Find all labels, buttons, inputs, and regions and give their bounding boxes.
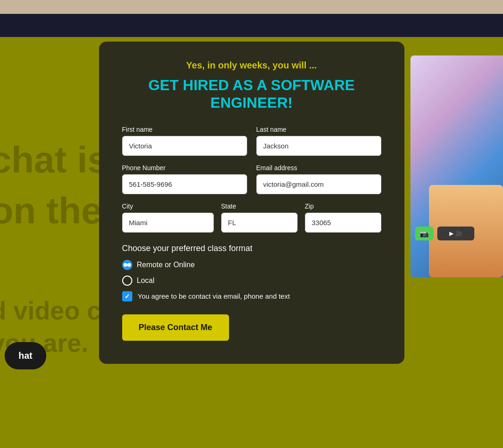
class-format-label: Choose your preferred class format xyxy=(122,244,381,253)
agree-checkbox[interactable]: ✓ xyxy=(122,291,132,301)
phone-group: Phone Number xyxy=(122,164,247,194)
city-input[interactable] xyxy=(122,213,214,233)
state-label: State xyxy=(221,203,298,210)
agree-label: You agree to be contact via email, phone… xyxy=(138,292,290,300)
first-name-input[interactable] xyxy=(122,136,247,156)
zip-group: Zip xyxy=(305,203,381,233)
submit-button[interactable]: Please Contact Me xyxy=(122,314,229,341)
radio-remote-label: Remote or Online xyxy=(137,261,195,269)
name-row: First name Last name xyxy=(122,126,381,156)
top-bar xyxy=(0,0,503,14)
email-label: Email address xyxy=(256,164,381,172)
city-group: City xyxy=(122,203,214,233)
main-background: chat is on the d video call you you are.… xyxy=(0,37,503,448)
zip-input[interactable] xyxy=(305,213,381,233)
contact-row: Phone Number Email address xyxy=(122,164,381,194)
location-row: City State Zip xyxy=(122,203,381,233)
radio-remote-dot xyxy=(124,263,127,267)
modal-card: Yes, in only weeks, you will ... GET HIR… xyxy=(99,42,404,364)
radio-option-remote[interactable]: Remote or Online xyxy=(122,260,381,270)
checkmark-icon: ✓ xyxy=(124,293,130,300)
modal-subtitle: Yes, in only weeks, you will ... xyxy=(122,60,381,71)
nav-bar xyxy=(0,14,503,37)
radio-local-circle[interactable] xyxy=(122,276,132,286)
radio-remote-circle[interactable] xyxy=(122,260,132,270)
first-name-group: First name xyxy=(122,126,247,156)
zip-label: Zip xyxy=(305,203,381,210)
state-input[interactable] xyxy=(221,213,298,233)
phone-input[interactable] xyxy=(122,174,247,194)
email-input[interactable] xyxy=(256,174,381,194)
last-name-input[interactable] xyxy=(256,136,381,156)
radio-local-label: Local xyxy=(137,276,155,285)
last-name-label: Last name xyxy=(256,126,381,133)
modal-overlay: Yes, in only weeks, you will ... GET HIR… xyxy=(0,37,503,448)
phone-label: Phone Number xyxy=(122,164,247,172)
state-group: State xyxy=(221,203,298,233)
email-group: Email address xyxy=(256,164,381,194)
last-name-group: Last name xyxy=(256,126,381,156)
radio-option-local[interactable]: Local xyxy=(122,276,381,286)
modal-title: GET HIRED AS A SOFTWARE ENGINEER! xyxy=(122,76,381,112)
city-label: City xyxy=(122,203,214,210)
first-name-label: First name xyxy=(122,126,247,133)
agree-row[interactable]: ✓ You agree to be contact via email, pho… xyxy=(122,291,381,301)
